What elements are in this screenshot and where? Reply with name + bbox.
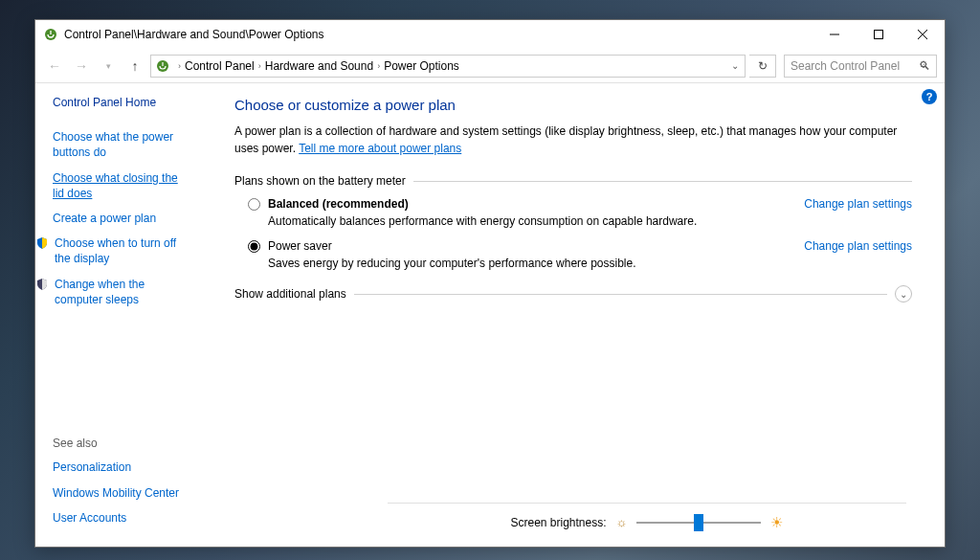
titlebar: Control Panel\Hardware and Sound\Power O… — [35, 20, 945, 49]
control-panel-home-link[interactable]: Control Panel Home — [53, 95, 189, 110]
see-also-personalization[interactable]: Personalization — [53, 459, 189, 475]
refresh-button[interactable]: ↻ — [749, 55, 776, 78]
shield-icon — [35, 236, 49, 250]
divider — [413, 181, 912, 182]
address-bar[interactable]: › Control Panel › Hardware and Sound › P… — [150, 55, 746, 78]
additional-plans-expander[interactable]: Show additional plans ⌄ — [234, 285, 912, 302]
address-dropdown[interactable]: ⌄ — [731, 60, 739, 71]
plan-power-saver-radio[interactable] — [248, 240, 260, 253]
sidebar-item-label: Choose when to turn off the display — [55, 235, 189, 266]
sidebar: Control Panel Home Choose what the power… — [35, 83, 196, 547]
sidebar-item-label: Change when the computer sleeps — [55, 277, 189, 307]
chevron-right-icon: › — [178, 61, 181, 71]
sidebar-computer-sleeps-link[interactable]: Change when the computer sleeps — [35, 277, 189, 307]
slider-thumb[interactable] — [694, 514, 703, 531]
additional-plans-label: Show additional plans — [234, 287, 346, 301]
crumb-hardware-sound[interactable]: Hardware and Sound — [265, 59, 373, 73]
see-also-header: See also — [53, 437, 189, 450]
forward-button[interactable]: → — [70, 55, 93, 78]
window-controls — [813, 20, 945, 49]
plan-balanced-change-link[interactable]: Change plan settings — [804, 197, 912, 211]
control-panel-window: Control Panel\Hardware and Sound\Power O… — [34, 19, 946, 548]
chevron-down-icon: ⌄ — [895, 285, 912, 302]
chevron-right-icon: › — [258, 61, 261, 71]
brightness-slider[interactable] — [636, 514, 761, 531]
plan-power-saver-name: Power saver — [268, 239, 332, 253]
tell-me-more-link[interactable]: Tell me more about power plans — [299, 142, 461, 155]
sun-dim-icon: ☼ — [616, 515, 628, 529]
svg-rect-3 — [875, 31, 883, 39]
brightness-label: Screen brightness: — [511, 516, 607, 529]
back-button[interactable]: ← — [43, 55, 66, 78]
window-body: ? Control Panel Home Choose what the pow… — [35, 83, 945, 547]
page-heading: Choose or customize a power plan — [234, 97, 912, 113]
see-also-mobility-center[interactable]: Windows Mobility Center — [53, 485, 189, 501]
main-content: Choose or customize a power plan A power… — [196, 83, 945, 547]
sun-bright-icon: ☀ — [770, 514, 783, 531]
sidebar-create-plan-link[interactable]: Create a power plan — [53, 211, 189, 226]
divider — [354, 294, 887, 295]
sidebar-closing-lid-link[interactable]: Choose what closing the lid does — [53, 170, 189, 201]
plans-header-label: Plans shown on the battery meter — [234, 174, 406, 188]
plan-balanced-radio[interactable] — [248, 198, 260, 211]
nav-toolbar: ← → ▾ ↑ › Control Panel › Hardware and S… — [35, 49, 945, 83]
plans-section-header: Plans shown on the battery meter — [234, 174, 912, 188]
see-also-user-accounts[interactable]: User Accounts — [53, 510, 189, 526]
plan-balanced-name: Balanced (recommended) — [268, 197, 409, 211]
crumb-power-options[interactable]: Power Options — [384, 59, 459, 73]
plan-balanced: Balanced (recommended) Change plan setti… — [248, 197, 912, 228]
chevron-right-icon: › — [377, 61, 380, 71]
plan-power-saver: Power saver Change plan settings Saves e… — [248, 239, 912, 270]
power-options-icon — [43, 27, 58, 42]
search-placeholder: Search Control Panel — [791, 59, 900, 73]
plan-power-saver-change-link[interactable]: Change plan settings — [804, 239, 912, 253]
sidebar-power-buttons-link[interactable]: Choose what the power buttons do — [53, 129, 189, 160]
shield-icon — [35, 278, 49, 291]
see-also-section: See also Personalization Windows Mobilit… — [53, 437, 189, 535]
minimize-button[interactable] — [813, 20, 857, 49]
sidebar-turn-off-display-link[interactable]: Choose when to turn off the display — [35, 235, 189, 266]
crumb-control-panel[interactable]: Control Panel — [185, 59, 255, 73]
brightness-footer: Screen brightness: ☼ ☀ — [388, 503, 906, 541]
up-button[interactable]: ↑ — [123, 55, 146, 78]
search-icon: 🔍︎ — [919, 59, 930, 73]
plan-power-saver-desc: Saves energy by reducing your computer's… — [268, 257, 912, 270]
search-input[interactable]: Search Control Panel 🔍︎ — [784, 55, 937, 78]
plan-balanced-desc: Automatically balances performance with … — [268, 214, 912, 228]
intro-text: A power plan is a collection of hardware… — [234, 123, 912, 157]
close-button[interactable] — [901, 20, 945, 49]
power-options-icon — [155, 58, 170, 74]
maximize-button[interactable] — [857, 20, 901, 49]
window-title: Control Panel\Hardware and Sound\Power O… — [64, 28, 813, 41]
recent-dropdown[interactable]: ▾ — [97, 55, 120, 78]
